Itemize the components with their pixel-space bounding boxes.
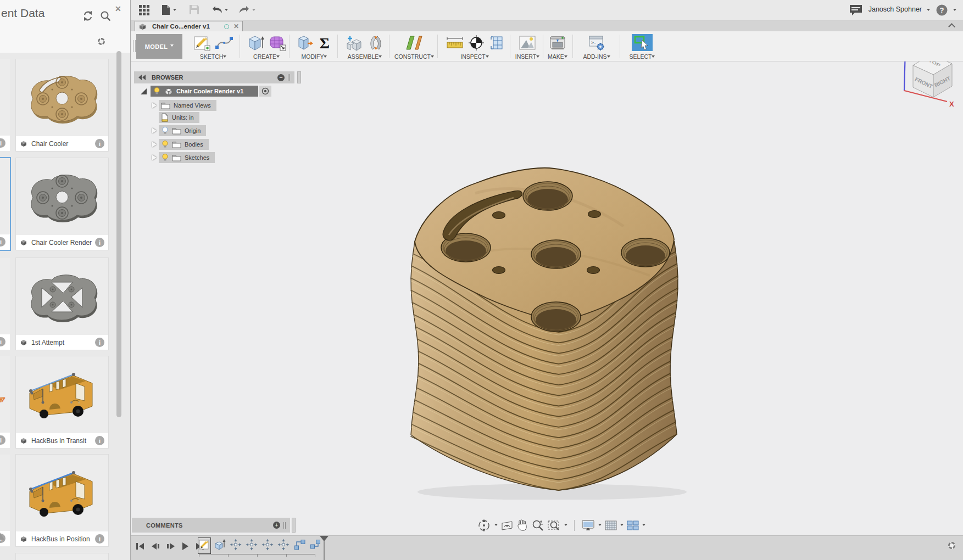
comments-panel-handle[interactable]	[292, 518, 296, 533]
help-menu-caret[interactable]	[953, 9, 956, 13]
help-icon[interactable]: ?	[936, 4, 948, 18]
info-icon[interactable]: i	[0, 138, 5, 148]
create-menu[interactable]: CREATE	[242, 53, 291, 60]
zoom-menu-caret[interactable]	[564, 524, 567, 528]
scripts-addins-icon[interactable]: >-	[588, 34, 605, 52]
move-feature-icon[interactable]	[261, 539, 274, 553]
comments-grip[interactable]	[283, 522, 286, 529]
card-label[interactable]: HackBus in Position i	[16, 531, 108, 546]
user-menu[interactable]: Janosch Spohner	[869, 5, 922, 13]
info-icon[interactable]: i	[0, 337, 5, 346]
spline-icon[interactable]	[215, 34, 233, 52]
card-label[interactable]: Chair Cooler Render i	[16, 234, 108, 250]
grid-settings-icon[interactable]	[604, 519, 617, 532]
pan-icon[interactable]	[516, 519, 528, 532]
step-back-icon[interactable]	[152, 543, 159, 550]
card-chair-cooler[interactable]: Chair Cooler i	[16, 59, 108, 151]
card-label[interactable]: 1st Attempt i	[16, 334, 108, 350]
add-comment-icon[interactable]: +	[273, 522, 280, 529]
tree-item-sketches[interactable]: Sketches	[152, 152, 215, 163]
center-of-mass-icon[interactable]	[468, 34, 485, 52]
browser-minimize-icon[interactable]: −	[277, 74, 285, 81]
close-panel-icon[interactable]: ✕	[115, 4, 121, 13]
undo-icon[interactable]	[211, 4, 224, 16]
joint-icon[interactable]	[367, 34, 385, 52]
browser-header[interactable]: BROWSER −	[134, 71, 294, 83]
bulb-on-icon[interactable]	[161, 140, 169, 149]
zoom-icon[interactable]	[531, 519, 544, 532]
construct-menu[interactable]: CONSTRUCT	[391, 53, 437, 60]
info-icon[interactable]: i	[95, 534, 104, 544]
section-analysis-icon[interactable]	[488, 34, 504, 52]
bulb-on-icon[interactable]	[153, 87, 161, 96]
skip-start-icon[interactable]	[136, 543, 144, 550]
viewports-menu-caret[interactable]	[642, 524, 645, 528]
tab-close-icon[interactable]: ✕	[233, 23, 239, 30]
expand-icon[interactable]	[152, 103, 157, 108]
construction-plane-icon[interactable]	[403, 34, 425, 52]
tree-item-named-views[interactable]: Named Views	[152, 100, 216, 111]
insert-image-icon[interactable]	[519, 34, 536, 52]
save-icon[interactable]	[189, 4, 199, 17]
file-icon[interactable]	[161, 4, 171, 18]
undo-menu-caret[interactable]	[225, 9, 228, 13]
workspace-switcher[interactable]: MODEL	[136, 34, 182, 59]
bulb-off-icon[interactable]	[161, 126, 169, 135]
comment-icon[interactable]	[849, 4, 862, 18]
panel-gear-icon[interactable]	[98, 38, 105, 45]
panel-divider[interactable]	[130, 0, 131, 560]
partial-card[interactable]	[0, 455, 10, 531]
create-form-icon[interactable]	[269, 34, 286, 52]
card-label[interactable]: HackBus in Transit i	[16, 433, 108, 448]
display-menu-caret[interactable]	[598, 524, 602, 528]
play-icon[interactable]	[182, 542, 188, 550]
refresh-icon[interactable]	[82, 10, 93, 24]
move-feature-icon[interactable]	[277, 539, 290, 553]
model-chair-cooler-stack[interactable]	[393, 159, 689, 500]
collapse-browser-icon[interactable]	[138, 75, 146, 80]
modify-menu[interactable]: MODIFY	[291, 53, 337, 60]
tree-root-row[interactable]: Chair Cooler Render v1	[141, 86, 271, 97]
redo-menu-caret[interactable]	[252, 9, 255, 13]
expand-icon[interactable]	[152, 128, 157, 133]
file-menu-caret[interactable]	[173, 9, 176, 13]
tree-root-selection[interactable]: Chair Cooler Render v1	[151, 86, 258, 97]
addins-menu[interactable]: ADD-INS	[574, 53, 620, 60]
tree-item-origin[interactable]: Origin	[152, 125, 206, 136]
expand-icon[interactable]	[152, 155, 157, 160]
card-label[interactable]: Chair Cooler i	[16, 136, 108, 151]
bulb-on-icon[interactable]	[161, 153, 169, 162]
make-menu[interactable]: MAKE	[544, 53, 571, 60]
new-body-icon[interactable]	[247, 34, 265, 52]
move-feature-icon[interactable]	[230, 539, 242, 553]
user-menu-caret[interactable]	[927, 9, 930, 13]
viewports-icon[interactable]	[626, 519, 639, 532]
timeline-playhead[interactable]	[320, 536, 329, 560]
extrude-feature-icon[interactable]	[214, 539, 226, 553]
expand-icon[interactable]	[152, 142, 157, 147]
assemble-menu[interactable]: ASSEMBLE	[339, 53, 390, 60]
toolbar-grip[interactable]	[133, 40, 136, 52]
info-icon[interactable]: i	[95, 436, 104, 445]
data-panel-scrollbar[interactable]	[116, 51, 121, 417]
collapse-toolbar-icon[interactable]	[948, 23, 955, 30]
tree-item-units[interactable]: Units: in	[159, 112, 199, 123]
orbit-icon[interactable]	[477, 519, 492, 532]
orbit-menu-caret[interactable]	[494, 524, 498, 528]
timeline-gear-icon[interactable]	[948, 542, 955, 549]
grid-menu-caret[interactable]	[620, 524, 624, 528]
new-component-icon[interactable]	[346, 34, 363, 52]
partial-card[interactable]	[16, 553, 108, 560]
card-hackbus-in-transit[interactable]: HackBus in Transit i	[16, 356, 108, 448]
zoom-window-icon[interactable]	[547, 519, 561, 532]
document-tab[interactable]: Chair Co...ender v1 ✕	[135, 21, 243, 31]
search-icon[interactable]	[100, 10, 111, 24]
press-pull-icon[interactable]	[297, 34, 314, 52]
sketch-menu[interactable]: SKETCH	[189, 53, 237, 60]
info-icon[interactable]: i	[0, 435, 5, 445]
display-settings-icon[interactable]	[581, 519, 595, 532]
info-icon[interactable]: i	[95, 139, 104, 148]
partial-card[interactable]	[0, 59, 10, 136]
select-tool-icon[interactable]	[632, 34, 653, 51]
joint-feature-icon[interactable]	[293, 539, 305, 553]
